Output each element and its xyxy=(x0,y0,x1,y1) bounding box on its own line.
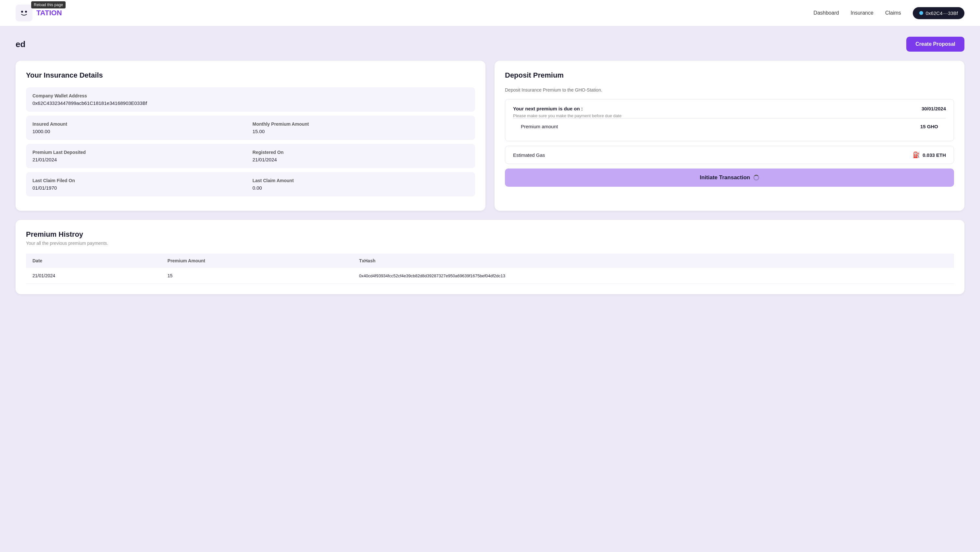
last-claim-amount-col: Last Claim Amount 0.00 xyxy=(249,178,469,191)
loading-spinner xyxy=(753,175,759,181)
table-row: 21/01/2024 15 0x40cd4f93934fcc52cf4e39cb… xyxy=(26,268,954,284)
monthly-premium-label: Monthly Premium Amount xyxy=(253,121,469,127)
last-claim-amount-value: 0.00 xyxy=(253,185,469,191)
cell-date: 21/01/2024 xyxy=(26,268,161,284)
ghost-logo-icon xyxy=(16,5,32,21)
premium-amount-value: 15 GHO xyxy=(920,124,938,129)
navbar: TATION Dashboard Insurance Claims 0x62C4… xyxy=(0,0,980,26)
deposit-premium-card: Deposit Premium Deposit Insurance Premiu… xyxy=(495,61,964,211)
wallet-address: 0x62C4····33Bf xyxy=(926,10,958,16)
initiate-transaction-button[interactable]: Initiate Transaction xyxy=(505,169,954,187)
last-claim-amount-label: Last Claim Amount xyxy=(253,178,469,183)
nav-claims[interactable]: Claims xyxy=(885,10,901,16)
history-subtitle: Your all the previous premium payments. xyxy=(26,240,954,246)
premium-amount-inner-row: Premium amount 15 GHO xyxy=(513,118,946,134)
svg-point-1 xyxy=(21,11,23,13)
amount-block: Insured Amount 1000.00 Monthly Premium A… xyxy=(26,116,475,140)
brand-name: TATION xyxy=(37,9,62,17)
gas-icon: ⛽ xyxy=(913,151,920,159)
cards-row: Your Insurance Details Company Wallet Ad… xyxy=(16,61,964,211)
col-premium-amount: Premium Amount xyxy=(161,254,353,268)
last-claim-filed-label: Last Claim Filed On xyxy=(32,178,249,183)
history-table: Date Premium Amount TxHash 21/01/2024 15… xyxy=(26,254,954,284)
col-date: Date xyxy=(26,254,161,268)
gas-block: Estimated Gas ⛽ 0.033 ETH xyxy=(505,146,954,164)
top-bar: ed Create Proposal xyxy=(16,37,964,52)
insured-amount-label: Insured Amount xyxy=(32,121,249,127)
gas-amount: 0.033 ETH xyxy=(923,152,946,158)
reload-tooltip: Reload this page xyxy=(31,1,65,8)
nav-insurance[interactable]: Insurance xyxy=(851,10,873,16)
cell-txhash: 0x40cd4f93934fcc52cf4e39cb82d8d39287327e… xyxy=(353,268,954,284)
last-claim-filed-value: 01/01/1970 xyxy=(32,185,249,191)
insurance-details-card: Your Insurance Details Company Wallet Ad… xyxy=(16,61,485,211)
company-wallet-block: Company Wallet Address 0x62C43323447899a… xyxy=(26,87,475,112)
wallet-status-dot xyxy=(919,11,923,15)
deposit-premium-title: Deposit Premium xyxy=(505,71,954,80)
dates-block: Premium Last Deposited 21/01/2024 Regist… xyxy=(26,144,475,168)
table-header-row: Date Premium Amount TxHash xyxy=(26,254,954,268)
insurance-details-title: Your Insurance Details xyxy=(26,71,475,80)
page-title: ed xyxy=(16,39,25,49)
insured-amount-col: Insured Amount 1000.00 xyxy=(32,121,249,134)
svg-rect-0 xyxy=(16,5,32,21)
premium-last-deposited-col: Premium Last Deposited 21/01/2024 xyxy=(32,150,249,162)
col-txhash: TxHash xyxy=(353,254,954,268)
nav-dashboard[interactable]: Dashboard xyxy=(813,10,839,16)
registered-on-label: Registered On xyxy=(253,150,469,155)
registered-on-value: 21/01/2024 xyxy=(253,157,469,162)
gas-value: ⛽ 0.033 ETH xyxy=(913,151,946,159)
insured-amount-value: 1000.00 xyxy=(32,129,249,134)
nav-links: Dashboard Insurance Claims 0x62C4····33B… xyxy=(813,7,964,19)
premium-last-deposited-label: Premium Last Deposited xyxy=(32,150,249,155)
premium-due-block: Your next premium is due on : 30/01/2024… xyxy=(505,99,954,141)
premium-due-date: 30/01/2024 xyxy=(921,106,946,111)
create-proposal-button[interactable]: Create Proposal xyxy=(906,37,964,52)
company-wallet-value: 0x62C43323447899acb61C18181e34168903E033… xyxy=(32,100,469,106)
deposit-subtitle: Deposit Insurance Premium to the GHO-Sta… xyxy=(505,87,954,92)
premium-due-label: Your next premium is due on : xyxy=(513,106,583,111)
initiate-btn-label: Initiate Transaction xyxy=(700,174,750,181)
monthly-premium-col: Monthly Premium Amount 15.00 xyxy=(249,121,469,134)
company-wallet-label: Company Wallet Address xyxy=(32,93,469,99)
premium-amount-label: Premium amount xyxy=(521,124,558,129)
premium-last-deposited-value: 21/01/2024 xyxy=(32,157,249,162)
history-title: Premium Histroy xyxy=(26,230,954,239)
premium-due-hint: Please make sure you make the payment be… xyxy=(513,113,946,118)
gas-label: Estimated Gas xyxy=(513,152,545,158)
monthly-premium-value: 15.00 xyxy=(253,129,469,134)
svg-point-2 xyxy=(25,11,27,13)
last-claim-filed-col: Last Claim Filed On 01/01/1970 xyxy=(32,178,249,191)
cell-amount: 15 xyxy=(161,268,353,284)
main-content: ed Create Proposal Your Insurance Detail… xyxy=(0,26,980,305)
claims-block: Last Claim Filed On 01/01/1970 Last Clai… xyxy=(26,172,475,196)
wallet-badge[interactable]: 0x62C4····33Bf xyxy=(913,7,964,19)
registered-on-col: Registered On 21/01/2024 xyxy=(249,150,469,162)
premium-history-card: Premium Histroy Your all the previous pr… xyxy=(16,220,964,294)
